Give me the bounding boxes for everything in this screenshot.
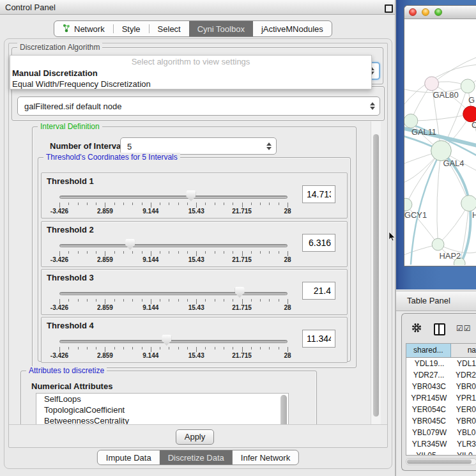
table-row[interactable]: YBL079WYBL0 bbox=[406, 427, 476, 438]
tick-mark bbox=[196, 347, 197, 352]
table-row[interactable]: YPR145WYPR1 bbox=[406, 392, 476, 404]
tick-label: -3.426 bbox=[50, 256, 68, 263]
slider-track[interactable] bbox=[59, 292, 288, 295]
threshold-panel: Threshold 4-3.4262.8599.14415.4321.71528 bbox=[41, 317, 348, 363]
tick-mark bbox=[151, 203, 151, 208]
threshold-value-field[interactable] bbox=[302, 185, 335, 203]
settings-vertical-scrollbar[interactable] bbox=[371, 121, 381, 424]
table-row[interactable]: YBR045CYBR0 bbox=[406, 415, 476, 427]
list-item[interactable]: BetweennessCentrality bbox=[36, 415, 288, 424]
tick-mark bbox=[224, 299, 224, 302]
slider-track[interactable] bbox=[59, 196, 288, 199]
tick-mark bbox=[123, 347, 124, 349]
tick-label: 21.715 bbox=[232, 256, 252, 263]
network-view-window: GAL80GCGAL11GAL4GCY1HHAP2 bbox=[404, 5, 476, 266]
tab-cyni-toolbox[interactable]: Cyni Toolbox bbox=[189, 21, 253, 36]
tick-label: 28 bbox=[284, 256, 291, 263]
scrollbar-thumb[interactable] bbox=[407, 459, 472, 464]
slider-handle[interactable] bbox=[186, 190, 196, 201]
slider-handle[interactable] bbox=[162, 335, 171, 346]
tick-label: 21.715 bbox=[232, 352, 252, 359]
tick-mark bbox=[187, 203, 188, 205]
cell-shared-name: YBR045C bbox=[406, 415, 452, 427]
list-scrollbar-thumb[interactable] bbox=[280, 395, 287, 424]
number-of-intervals-value: 5 bbox=[127, 141, 132, 151]
dropdown-option-manual-discretization[interactable]: Manual Discretization bbox=[10, 68, 371, 79]
table-row[interactable]: YLR345WYLR3 bbox=[406, 438, 476, 450]
tick-mark bbox=[242, 203, 243, 208]
table-row[interactable]: YBR043CYBR0 bbox=[406, 381, 476, 392]
apply-button[interactable]: Apply bbox=[176, 429, 214, 445]
tab-label: Cyni Toolbox bbox=[197, 24, 245, 34]
minimize-traffic-light[interactable] bbox=[422, 8, 429, 16]
table-row[interactable]: YDR27...YDR2 bbox=[406, 369, 476, 381]
algorithm-dropdown-popup: Select algorithm to view settings Manual… bbox=[10, 55, 372, 89]
list-item[interactable]: TopologicalCoefficient bbox=[36, 404, 288, 415]
tick-mark bbox=[251, 203, 252, 205]
select-columns-icon[interactable]: ☑☑ bbox=[456, 324, 472, 333]
threshold-value-field[interactable] bbox=[302, 282, 335, 300]
column-header-name[interactable]: na bbox=[451, 344, 476, 357]
slider-handle[interactable] bbox=[125, 239, 135, 250]
close-traffic-light[interactable] bbox=[409, 8, 417, 16]
tick-mark bbox=[142, 347, 142, 349]
tick-mark bbox=[151, 299, 151, 304]
scrollbar-thumb[interactable] bbox=[373, 134, 379, 417]
dropdown-option-equal-width-frequency[interactable]: Equal Width/Frequency Discretization bbox=[10, 79, 371, 89]
list-item[interactable]: SelfLoops bbox=[36, 394, 288, 404]
tab-style[interactable]: Style bbox=[114, 21, 149, 36]
network-node-gal11[interactable] bbox=[404, 114, 418, 128]
threshold-value-field[interactable] bbox=[302, 330, 335, 348]
slider-handle[interactable] bbox=[235, 287, 245, 298]
cell-name: YBR0 bbox=[452, 415, 476, 427]
tab-network[interactable]: Network bbox=[54, 21, 113, 36]
network-node-gcy1[interactable] bbox=[404, 198, 412, 211]
tick-mark bbox=[251, 251, 252, 254]
cell-name: YDL1 bbox=[453, 358, 476, 369]
network-node-gal80[interactable] bbox=[425, 77, 439, 91]
cell-name: YER0 bbox=[452, 404, 476, 415]
tab-jactivemnodules[interactable]: jActiveMNodules bbox=[253, 21, 332, 36]
tab-discretize-data[interactable]: Discretize Data bbox=[160, 450, 233, 464]
network-icon bbox=[63, 24, 70, 35]
table-row[interactable]: YDL19...YDL1 bbox=[406, 358, 476, 369]
network-window-titlebar[interactable] bbox=[404, 6, 476, 19]
tick-mark bbox=[96, 251, 96, 254]
tab-select[interactable]: Select bbox=[150, 21, 189, 36]
tick-mark bbox=[279, 347, 279, 349]
slider-track[interactable] bbox=[59, 340, 288, 343]
gear-icon[interactable] bbox=[411, 322, 422, 334]
tick-mark bbox=[169, 203, 169, 205]
tick-mark bbox=[96, 347, 96, 349]
interval-definition-label: Interval Definition bbox=[38, 122, 102, 131]
table-row[interactable]: YER054CYER0 bbox=[406, 404, 476, 415]
tab-label: Select bbox=[158, 24, 181, 34]
interval-definition-group: Interval Definition Number of Intervals … bbox=[32, 127, 357, 368]
column-header-shared-name[interactable]: shared... bbox=[406, 344, 451, 357]
combo-stepper-icon bbox=[266, 142, 272, 150]
table-row[interactable]: YIL05...YIL0 bbox=[406, 450, 476, 456]
tick-mark bbox=[114, 203, 115, 205]
network-node-g[interactable] bbox=[461, 79, 475, 93]
network-node-h[interactable] bbox=[461, 196, 476, 211]
slider-track[interactable] bbox=[59, 244, 288, 247]
table-panel-header: Table Panel bbox=[396, 291, 476, 311]
network-node-hap2[interactable] bbox=[432, 238, 444, 250]
float-window-icon[interactable] bbox=[385, 4, 393, 13]
table-header-row: shared... na bbox=[406, 344, 476, 358]
numerical-attributes-label: Numerical Attributes bbox=[31, 381, 112, 391]
tab-infer-network[interactable]: Infer Network bbox=[233, 450, 298, 464]
split-columns-icon[interactable] bbox=[434, 323, 445, 335]
threshold-value-field[interactable] bbox=[302, 234, 335, 252]
table-horizontal-scrollbar[interactable] bbox=[406, 458, 476, 465]
tick-label: 9.144 bbox=[142, 304, 158, 311]
zoom-traffic-light[interactable] bbox=[434, 8, 442, 16]
number-of-intervals-combobox[interactable]: 5 bbox=[120, 137, 277, 155]
tick-mark bbox=[260, 251, 261, 254]
tick-mark bbox=[233, 203, 233, 205]
node-label: G bbox=[468, 95, 475, 105]
tab-impute-data[interactable]: Impute Data bbox=[98, 450, 160, 464]
network-canvas[interactable]: GAL80GCGAL11GAL4GCY1HHAP2 bbox=[404, 19, 476, 265]
network-node-c[interactable] bbox=[463, 106, 476, 122]
table-data-combobox[interactable]: galFiltered.sif default node bbox=[17, 96, 380, 116]
